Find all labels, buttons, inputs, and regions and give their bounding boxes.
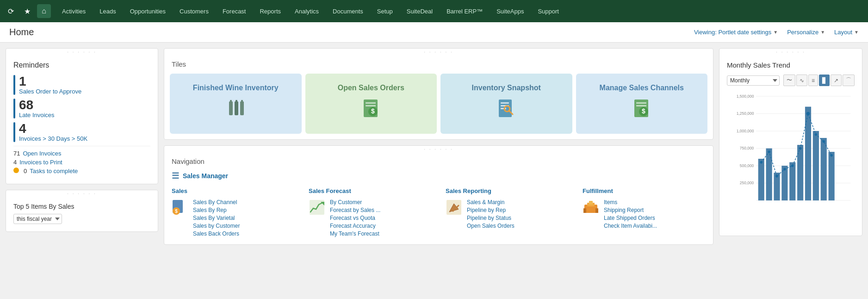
link-sales-by-rep[interactable]: Sales By Rep [193,207,240,213]
chart-btn-area2[interactable]: ⌒ [843,75,855,86]
tiles-drag-handle[interactable]: · · · · · · [164,49,713,56]
reminder-open-invoices-link[interactable]: Open Invoices [23,150,61,157]
chart-btn-line1[interactable]: 〜 [783,75,795,86]
reminder-indicator2 [13,99,15,118]
reminder-30days-label[interactable]: Invoices > 30 Days > 50K [19,135,87,142]
reminder-sales-order-label[interactable]: Sales Order to Approve [19,88,81,95]
link-late-shipped-orders[interactable]: Late Shipped Orders [604,215,657,221]
nav-col-fulfillment-title: Fulfillment [583,187,706,194]
star-icon[interactable]: ★ [20,4,34,18]
top5-period-select[interactable]: this fiscal year last fiscal year this q… [13,214,62,224]
middle-column: · · · · · · Tiles Finished Wine Inventor… [164,48,713,245]
link-check-item-availabi[interactable]: Check Item Availabi... [604,223,657,229]
layout-dropdown-arrow: ▼ [854,30,859,35]
nav-item-documents[interactable]: Documents [326,5,370,18]
tile-inventory-snapshot[interactable]: Inventory Snapshot [440,74,572,134]
nav-col-sales-items: $ Sales By Channel Sales By Rep Sales By… [172,199,295,237]
viewing-portlet-link[interactable]: Viewing: Portlet date settings ▼ [694,29,778,36]
svg-text:$: $ [371,107,375,115]
svg-rect-5 [241,100,243,102]
reminder-30days: 4 Invoices > 30 Days > 50K [13,122,150,142]
reminder-tasks-link[interactable]: Tasks to complete [30,168,78,174]
link-open-sales-orders[interactable]: Open Sales Orders [467,223,515,229]
nav-item-opportunities[interactable]: Opportunities [124,5,172,18]
nav-item-suitedeal[interactable]: SuiteDeal [400,5,439,18]
bar-5 [789,162,795,201]
chart-btn-area1[interactable]: ↗ [831,75,842,86]
link-sales-back-orders[interactable]: Sales Back Orders [193,230,240,237]
svg-rect-0 [229,101,233,115]
nav-col-forecast-items: By Customer Forecast by Sales ... Foreca… [309,199,432,237]
svg-rect-2 [235,101,238,115]
link-items[interactable]: Items [604,199,657,206]
reminders-drag-handle[interactable]: · · · · · · [6,49,158,56]
home-icon[interactable]: ⌂ [37,4,51,18]
right-column: · · · · · · Monthly Sales Trend Monthly … [719,48,862,236]
reminder-invoices-print-link[interactable]: Invoices to Print [19,159,62,166]
link-my-teams-forecast[interactable]: My Team's Forecast [330,230,380,237]
link-pipeline-by-status[interactable]: Pipeline by Status [467,215,515,221]
svg-text:250,000: 250,000 [740,181,754,185]
chart-btn-bar-filled[interactable]: ▊ [819,75,830,86]
personalize-label: Personalize [787,29,818,36]
link-pipeline-by-rep[interactable]: Pipeline by Rep [467,207,515,213]
link-forecast-vs-quota[interactable]: Forecast vs Quota [330,215,380,221]
link-forecast-by-sales[interactable]: Forecast by Sales ... [330,207,380,213]
nav-item-customers[interactable]: Customers [173,5,215,18]
svg-text:1,250,000: 1,250,000 [737,111,754,116]
trend-title: Monthly Sales Trend [719,56,862,73]
nav-item-barrelerp[interactable]: Barrel ERP™ [440,5,489,18]
navigation-drag-handle[interactable]: · · · · · · [164,146,713,153]
trend-period-select[interactable]: Monthly Quarterly Yearly [727,75,780,86]
svg-rect-3 [236,100,237,102]
layout-link[interactable]: Layout ▼ [834,29,859,36]
refresh-icon[interactable]: ⟳ [4,4,18,18]
navigation-section-header: Navigation [164,153,713,165]
reminder-invoices-print-num: 4 [13,159,17,166]
tile-manage-sales[interactable]: Manage Sales Channels $ [576,74,708,134]
navigation-body: ☰ Sales Manager Sales $ [164,165,713,244]
nav-item-analytics[interactable]: Analytics [288,5,325,18]
nav-item-activities[interactable]: Activities [56,5,92,18]
tile-inventory-snapshot-title: Inventory Snapshot [472,83,541,93]
svg-rect-7 [366,102,376,104]
svg-rect-8 [366,105,376,106]
link-sales-margin[interactable]: Sales & Margin [467,199,515,206]
nav-icons: ⟳ ★ ⌂ [4,4,51,18]
chart-btn-line2[interactable]: ∿ [796,75,807,86]
link-sales-by-channel[interactable]: Sales By Channel [193,199,240,206]
svg-text:1,000,000: 1,000,000 [737,129,754,133]
nav-group-label: Sales Manager [183,172,228,180]
svg-rect-17 [636,102,646,104]
nav-item-reports[interactable]: Reports [253,5,287,18]
nav-item-forecast[interactable]: Forecast [216,5,253,18]
link-shipping-report[interactable]: Shipping Report [604,207,657,213]
svg-rect-12 [501,102,509,104]
bar-8 [813,131,819,200]
personalize-dropdown-arrow: ▼ [820,30,825,35]
link-forecast-accuracy[interactable]: Forecast Accuracy [330,223,380,229]
personalize-link[interactable]: Personalize ▼ [787,29,825,36]
trend-dot-8 [815,133,818,136]
nav-item-setup[interactable]: Setup [371,5,399,18]
tile-open-sales[interactable]: Open Sales Orders $ [305,74,437,134]
fulfillment-icon [583,199,599,229]
nav-item-leads[interactable]: Leads [93,5,122,18]
nav-item-support[interactable]: Support [531,5,565,18]
link-sales-by-varietal[interactable]: Sales By Varietal [193,215,240,221]
tile-manage-sales-title: Manage Sales Channels [600,83,684,93]
tile-finished-wine[interactable]: Finished Wine Inventory [170,74,302,134]
page-header: Home Viewing: Portlet date settings ▼ Pe… [0,22,868,43]
svg-rect-14 [501,108,506,109]
top5-body: Top 5 Items By Sales this fiscal year la… [6,197,158,231]
chart-btn-bar-outline[interactable]: ≡ [808,75,818,86]
nav-item-suiteapps[interactable]: SuiteApps [490,5,530,18]
reminder-late-invoices-label[interactable]: Late Invoices [19,112,55,118]
top5-drag-handle[interactable]: · · · · · · [6,190,158,197]
link-by-customer[interactable]: By Customer [330,199,380,206]
link-sales-by-customer[interactable]: Sales by Customer [193,223,240,229]
forecast-icon [309,199,325,237]
trend-drag-handle[interactable]: · · · · · · [719,49,862,56]
hamburger-icon: ☰ [172,171,179,181]
bar-7 [805,107,811,201]
